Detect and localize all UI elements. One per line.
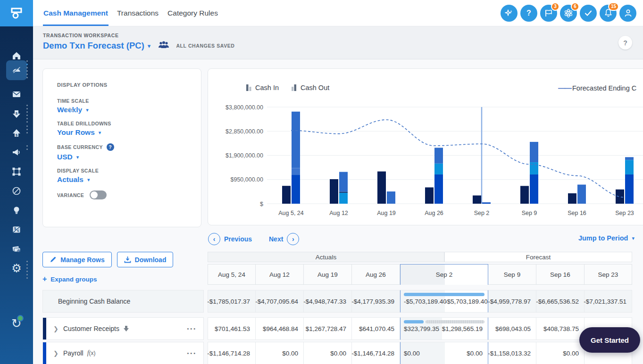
column-header-aug-12[interactable]: Aug 12 bbox=[256, 264, 304, 285]
option-dropdown-display-scale[interactable]: Actuals▾ bbox=[57, 175, 201, 184]
table-cell[interactable]: $701,461.53 bbox=[208, 317, 256, 340]
cash-in-bar bbox=[425, 187, 434, 204]
table-cell-selected-week[interactable]: -$5,703,189.40-$5,703,189.40 bbox=[400, 290, 488, 313]
option-dropdown-base-currency[interactable]: USD▾ bbox=[57, 153, 201, 161]
sidebar-item-payments[interactable]: $ bbox=[0, 240, 33, 258]
table-cell[interactable]: -$1,158,013.32 bbox=[488, 342, 536, 364]
previous-period-button[interactable]: ‹ Previous bbox=[208, 233, 252, 245]
table-cell-selected-week[interactable]: $323,799.35$1,298,565.19 bbox=[400, 317, 488, 340]
table-cell[interactable]: -$4,177,935.39 bbox=[352, 290, 400, 313]
previous-label[interactable]: Previous bbox=[224, 235, 252, 243]
option-dropdown-table-drilldowns[interactable]: Your Rows▾ bbox=[57, 128, 201, 137]
table-cell[interactable]: $408,738.75 bbox=[536, 317, 585, 340]
cash-in-bar bbox=[377, 172, 386, 204]
jump-to-period-dropdown[interactable]: Jump to Period ▾ bbox=[578, 234, 635, 242]
table-cell[interactable]: -$1,785,017.37 bbox=[208, 290, 256, 313]
sidebar-item-cash-out[interactable]: $ bbox=[0, 124, 33, 142]
column-header-aug-26[interactable]: Aug 26 bbox=[352, 264, 400, 285]
tab-transactions[interactable]: Transactions bbox=[117, 0, 159, 26]
app-logo[interactable] bbox=[0, 0, 33, 26]
column-header-aug-19[interactable]: Aug 19 bbox=[304, 264, 352, 285]
chevron-left-icon[interactable]: ‹ bbox=[208, 233, 220, 245]
column-header-sep-9[interactable]: Sep 9 bbox=[488, 264, 536, 285]
tab-category-rules[interactable]: Category Rules bbox=[167, 0, 218, 26]
cash-flow-chart[interactable]: $$950,000.00$1,900,000.00$2,850,000.00$3… bbox=[208, 69, 643, 225]
profile-button[interactable] bbox=[619, 5, 636, 22]
trovata-logo-icon bbox=[8, 5, 25, 21]
sidebar-item-inbox[interactable] bbox=[0, 85, 33, 104]
expand-groups-link[interactable]: + Expand groups bbox=[42, 275, 97, 283]
sidebar-item-sync-status[interactable]: ↻ bbox=[0, 314, 33, 333]
table-cell[interactable]: $0.00 bbox=[256, 342, 304, 364]
table-cell[interactable]: -$4,707,095.64 bbox=[256, 290, 304, 313]
table-cell[interactable]: $964,468.84 bbox=[256, 317, 304, 340]
sidebar-item-cash-in[interactable]: $ bbox=[0, 105, 33, 124]
cash-in-bar bbox=[473, 196, 481, 204]
caret-down-icon: ▾ bbox=[86, 107, 89, 113]
row-menu-button[interactable]: ••• bbox=[187, 326, 197, 331]
get-started-button[interactable]: Get Started bbox=[579, 327, 640, 353]
table-cell[interactable]: $0.00 bbox=[304, 342, 352, 364]
sidebar-item-workflows[interactable] bbox=[0, 162, 33, 181]
sidebar-subnav-dots bbox=[26, 105, 28, 123]
column-header-sep-23[interactable]: Sep 23 bbox=[585, 264, 632, 285]
help-button[interactable]: ? bbox=[520, 5, 537, 22]
row-label-customer-receipts[interactable]: ❯Customer Receipts••• bbox=[42, 317, 204, 340]
sidebar-item-announcements[interactable] bbox=[0, 143, 33, 162]
tab-cash-management[interactable]: Cash Management bbox=[43, 0, 109, 26]
notifications-button[interactable]: 15 bbox=[600, 5, 617, 22]
table-cell[interactable]: -$7,021,337.51 bbox=[585, 290, 632, 313]
row-label-text: Payroll bbox=[63, 349, 84, 357]
workspace-title-caret-icon[interactable]: ▾ bbox=[148, 42, 151, 50]
next-period-button[interactable]: Next › bbox=[269, 233, 299, 245]
variance-toggle[interactable] bbox=[90, 190, 107, 199]
cash-out-icon: $ bbox=[11, 128, 22, 138]
svg-text:Aug 12: Aug 12 bbox=[329, 210, 348, 216]
download-button[interactable]: Download bbox=[117, 252, 173, 267]
table-cell[interactable]: $1,267,728.47 bbox=[304, 317, 352, 340]
table-cell[interactable]: $698,043.05 bbox=[488, 317, 536, 340]
sidebar-item-explore[interactable] bbox=[0, 182, 33, 200]
sidebar-item-insights[interactable] bbox=[0, 201, 33, 220]
table-cell[interactable]: -$1,146,714.28 bbox=[352, 342, 400, 364]
manage-rows-button[interactable]: Manage Rows bbox=[42, 252, 112, 267]
next-label[interactable]: Next bbox=[269, 235, 283, 243]
table-cell[interactable]: -$6,665,536.52 bbox=[536, 290, 585, 313]
column-header-sep-16[interactable]: Sep 16 bbox=[536, 264, 585, 285]
workspace-title[interactable]: Demo Txn Forecast (PC) bbox=[43, 41, 144, 51]
legend-item-cash-out[interactable]: Cash Out bbox=[291, 84, 329, 91]
row-label-beginning-cash-balance[interactable]: Beginning Cash Balance bbox=[42, 290, 204, 313]
table-cell[interactable]: -$4,948,747.33 bbox=[304, 290, 352, 313]
workflows-icon bbox=[11, 166, 22, 177]
expand-row-chevron-icon[interactable]: ❯ bbox=[53, 325, 58, 332]
labs-button[interactable]: 6 bbox=[560, 5, 577, 22]
expand-row-chevron-icon[interactable]: ❯ bbox=[53, 350, 58, 357]
sidebar-item-currency-exchange[interactable]: $€ bbox=[0, 220, 33, 239]
table-cell[interactable]: -$1,146,714.28 bbox=[208, 342, 256, 364]
help-icon[interactable]: ? bbox=[107, 143, 114, 151]
flags-button[interactable]: 3 bbox=[540, 5, 557, 22]
option-dropdown-time-scale[interactable]: Weekly▾ bbox=[57, 106, 201, 114]
svg-text:$2,850,000.00: $2,850,000.00 bbox=[225, 128, 263, 135]
row-label-payroll[interactable]: ❯Payrollf(x)••• bbox=[42, 342, 204, 364]
sync-status-icon: ↻ bbox=[11, 317, 22, 330]
ai-assistant-button[interactable] bbox=[501, 5, 518, 22]
tasks-button[interactable] bbox=[580, 5, 597, 22]
table-cell[interactable]: -$4,959,778.97 bbox=[488, 290, 536, 313]
legend-bars-icon bbox=[291, 84, 297, 91]
column-header-sep-2[interactable]: Sep 2 bbox=[400, 264, 488, 285]
collaborators-icon[interactable] bbox=[158, 41, 169, 50]
caret-down-icon: ▾ bbox=[87, 177, 90, 183]
column-header-aug-5-24[interactable]: Aug 5, 24 bbox=[208, 264, 256, 285]
workspace-help-button[interactable]: ? bbox=[618, 36, 632, 50]
table-cell-selected-week[interactable]: $0.00$0.00 bbox=[400, 342, 488, 364]
row-menu-button[interactable]: ••• bbox=[187, 350, 197, 356]
collapse-panel-chevron-icon[interactable] bbox=[65, 107, 75, 112]
sidebar-item-settings[interactable]: ⚙ bbox=[0, 259, 33, 278]
caret-down-icon: ▾ bbox=[99, 130, 101, 136]
legend-item-cash-in[interactable]: Cash In bbox=[246, 84, 279, 91]
chevron-right-icon[interactable]: › bbox=[287, 233, 299, 245]
table-cell[interactable]: $0.00 bbox=[536, 342, 585, 364]
table-cell[interactable]: $641,070.45 bbox=[352, 317, 400, 340]
sidebar-item-cash-management[interactable] bbox=[0, 60, 33, 79]
